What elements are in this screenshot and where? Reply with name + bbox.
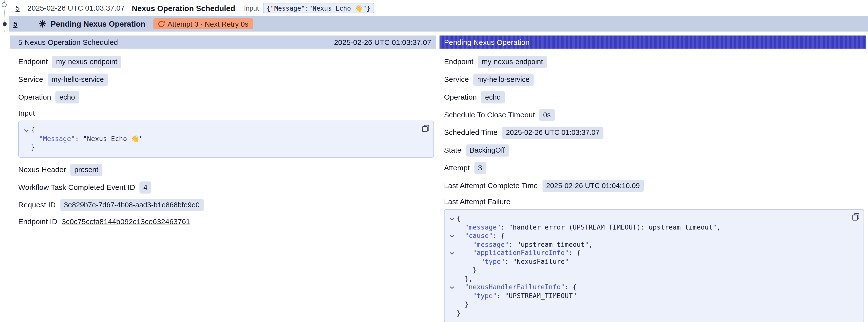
field-label: Workflow Task Completed Event ID [18, 182, 135, 192]
json-line: "applicationFailureInfo": { [447, 249, 847, 258]
json-line: }, [447, 275, 847, 283]
scheduled-event-body: Endpoint my-nexus-endpoint Service my-he… [10, 49, 436, 226]
chevron-down-icon[interactable] [450, 232, 455, 240]
json-rest: } [465, 300, 469, 308]
json-line: } [447, 309, 847, 318]
json-rest: : "handler error (UPSTREAM_TIMEOUT): ups… [501, 223, 721, 231]
field-label: Operation [18, 93, 51, 102]
copy-icon-button[interactable] [852, 213, 860, 221]
json-line: { [22, 126, 417, 135]
field-label: Endpoint [18, 57, 48, 67]
nexus-operation-icon [38, 20, 46, 28]
field-value-badge: BackingOff [466, 144, 509, 157]
field-scheduled-time: Scheduled Time 2025-02-26 UTC 01:03:37.0… [444, 127, 866, 139]
json-rest: : "Nexus Echo 👋" [75, 135, 143, 142]
event-row-summary[interactable]: 5 2025-02-26 UTC 01:03:37.07 Nexus Opera… [10, 0, 868, 16]
field-service: Service my-hello-service [18, 73, 436, 86]
field-endpoint: Endpoint my-nexus-endpoint [444, 56, 866, 68]
field-label: Scheduled Time [444, 128, 497, 137]
json-rest: } [473, 266, 477, 274]
json-line: } [447, 300, 847, 309]
workflow-history-view: 5 2025-02-26 UTC 01:03:37.07 Nexus Opera… [0, 0, 868, 322]
json-key: "message" [473, 240, 509, 248]
json-rest: } [457, 309, 461, 317]
field-schedule-to-close-timeout: Schedule To Close Timeout 0s [444, 109, 866, 121]
json-indent [457, 223, 465, 231]
json-key: "nexusHandlerFailureInfo" [465, 283, 564, 291]
field-value-badge: 0s [539, 109, 555, 121]
field-label: State [444, 146, 461, 155]
json-line: "message": "upstream timeout", [447, 240, 847, 249]
field-value-badge: echo [56, 91, 79, 103]
event-input-snippet: {"Message":"Nexus Echo 👋"} [263, 3, 374, 13]
field-label: Attempt [444, 163, 469, 173]
event-timeline-rail [0, 0, 10, 32]
json-rest: : { [565, 283, 577, 291]
json-indent [31, 135, 39, 142]
field-value-badge: my-hello-service [48, 73, 108, 86]
retry-attempts-badge: Attempt 3 · Next Retry 0s [153, 18, 253, 29]
field-label: Last Attempt Complete Time [444, 181, 538, 191]
chevron-down-icon[interactable] [450, 249, 455, 258]
json-key: "cause" [465, 232, 493, 239]
json-line: "type": "NexusFailure" [447, 257, 847, 266]
field-service: Service my-hello-service [444, 73, 866, 86]
input-label: Input [244, 4, 259, 12]
event-id-link[interactable]: 5 [16, 4, 20, 12]
json-key: "type" [480, 257, 504, 265]
retry-icon [158, 20, 165, 27]
json-rest: : { [493, 232, 505, 239]
pending-operation-header: Pending Nexus Operation [439, 35, 866, 49]
json-indent [457, 300, 465, 308]
copy-icon [422, 125, 430, 132]
json-line: "cause": { [447, 232, 847, 240]
retry-badge-text: Attempt 3 · Next Retry 0s [167, 20, 248, 28]
json-line: "type": "UPSTREAM_TIMEOUT" [447, 292, 847, 300]
json-rest: : { [569, 249, 581, 257]
last-attempt-failure-label: Last Attempt Failure [444, 197, 866, 206]
json-indent [457, 240, 473, 248]
field-label: Request ID [18, 200, 56, 210]
json-rest: : "UPSTREAM_TIMEOUT" [497, 292, 577, 299]
chevron-down-icon[interactable] [24, 126, 29, 135]
json-rest: { [457, 215, 461, 222]
timeline-open-circle-icon [2, 2, 7, 7]
pending-operation-header-title: Pending Nexus Operation [444, 38, 529, 46]
json-indent [457, 257, 480, 265]
pending-operation-panel: Pending Nexus Operation Endpoint my-nexu… [439, 35, 866, 322]
json-line: } [447, 266, 847, 275]
field-label: Nexus Header [18, 164, 66, 174]
copy-icon-button[interactable] [422, 125, 430, 132]
json-key: "Message" [39, 135, 75, 142]
json-rest: { [31, 126, 35, 134]
field-last-attempt-complete-time: Last Attempt Complete Time 2025-02-26 UT… [444, 180, 866, 192]
field-endpoint-id: Endpoint ID 3c0c75ccfa8144b092c13ce63246… [18, 217, 436, 226]
field-value-badge: 2025-02-26 UTC 01:04:10.09 [542, 180, 644, 192]
event-detail-panels: 5 Nexus Operation Scheduled 2025-02-26 U… [10, 35, 866, 322]
field-value-badge: 4 [140, 181, 152, 193]
json-line: "nexusHandlerFailureInfo": { [447, 283, 847, 292]
json-rest: : "NexusFailure" [505, 257, 569, 265]
field-value-badge: 2025-02-26 UTC 01:03:37.07 [502, 127, 603, 139]
chevron-down-icon[interactable] [450, 283, 455, 292]
endpoint-id-link[interactable]: 3c0c75ccfa8144b092c13ce632463761 [62, 217, 190, 226]
json-key: "applicationFailureInfo" [473, 249, 569, 257]
scheduled-event-header-title: 5 Nexus Operation Scheduled [18, 38, 118, 46]
failure-json-viewer: { "message": "handler error (UPSTREAM_TI… [444, 209, 864, 322]
json-line: { [447, 215, 847, 223]
json-indent [457, 249, 473, 257]
field-label: Endpoint [444, 57, 473, 67]
event-timestamp: 2025-02-26 UTC 01:03:37.07 [27, 4, 125, 12]
pending-event-id-link[interactable]: 5 [13, 20, 18, 28]
field-workflow-task-completed-event-id: Workflow Task Completed Event ID 4 [18, 181, 436, 193]
field-value-badge: 3e829b7e-7d67-4b08-aad3-b1e868bfe9e0 [60, 199, 204, 211]
json-indent [457, 232, 465, 239]
pending-operation-title: Pending Nexus Operation [51, 20, 145, 28]
json-line: "Message": "Nexus Echo 👋" [22, 135, 417, 143]
field-value-badge: my-hello-service [473, 73, 533, 86]
json-key: "message" [465, 223, 501, 231]
pending-operation-row[interactable]: 5 Pending Nexus Operation Attempt 3 · Ne… [9, 16, 868, 32]
input-section-label: Input [18, 109, 436, 117]
chevron-down-icon[interactable] [450, 215, 455, 223]
field-value-badge: present [70, 163, 102, 175]
